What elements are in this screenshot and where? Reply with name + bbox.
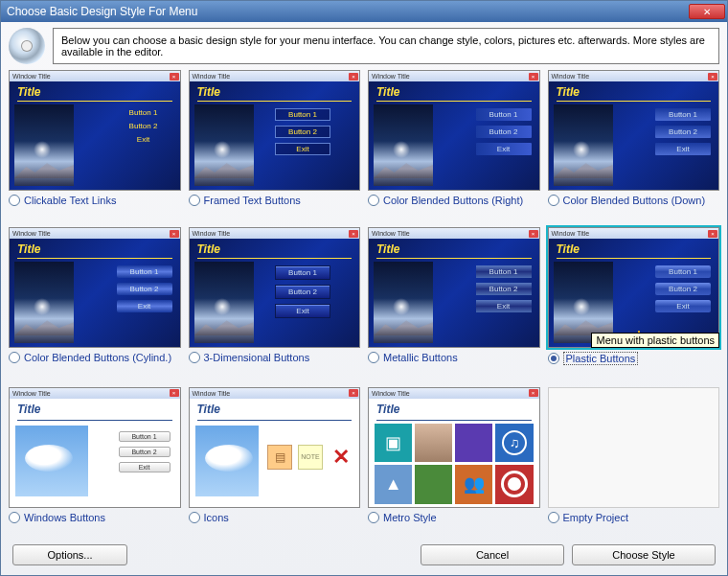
info-bar: Below you can choose a basic design styl… (9, 28, 719, 64)
thumb-close-icon: × (170, 389, 179, 397)
radio-icon (189, 195, 200, 206)
options-button[interactable]: Options... (12, 544, 127, 565)
document-icon: ▤ (267, 445, 292, 470)
tile-metallic-buttons[interactable]: Window Title× Title Button 1 Button 2 Ex… (368, 227, 540, 380)
thumb-empty (548, 387, 720, 508)
space-image (14, 262, 74, 343)
radio-icon (548, 195, 559, 206)
thumb: Window Title× Title Button 1 Button 2 Ex… (189, 70, 361, 191)
metro-tile-camera: ▣ (375, 424, 412, 463)
tile-framed-text-buttons[interactable]: Window Title× Title Button 1 Button 2 Ex… (189, 70, 361, 221)
space-image (554, 104, 613, 186)
radio-framed-text-buttons[interactable]: Framed Text Buttons (189, 195, 361, 206)
metro-tile-green (415, 465, 452, 504)
footer: Options... Cancel Choose Style (9, 539, 719, 569)
radio-color-blended-down[interactable]: Color Blended Buttons (Down) (548, 195, 720, 206)
dialog-window: Choose Basic Design Style For Menu ✕ Bel… (0, 0, 728, 576)
radio-color-blended-right[interactable]: Color Blended Buttons (Right) (368, 195, 540, 206)
thumb: Window Title× Title ▤ NOTE ✕ (189, 387, 361, 508)
tile-color-blended-cylind[interactable]: Window Title× Title Button 1 Button 2 Ex… (9, 227, 181, 380)
note-icon: NOTE (298, 445, 323, 470)
titlebar: Choose Basic Design Style For Menu ✕ (1, 1, 727, 22)
thumb: Window Title× Title Button 1 Button 2 Ex… (189, 227, 361, 348)
tooltip: Menu with plastic buttons (591, 333, 719, 348)
sky-image (15, 426, 88, 496)
metro-tile-people: 👥 (455, 465, 492, 504)
space-image (554, 262, 613, 343)
thumb: Window Title× Title Button 1 Button 2 Ex… (368, 227, 540, 348)
thumb-close-icon: × (708, 73, 717, 81)
tile-plastic-buttons[interactable]: Window Title× Title Button 1 Button 2 Ex… (548, 227, 720, 380)
thumb-close-icon: × (708, 230, 717, 238)
thumb: Window Title× Title Button 1 Button 2 Ex… (548, 227, 720, 348)
metro-tile-target (495, 465, 533, 504)
window-title: Choose Basic Design Style For Menu (7, 5, 689, 18)
radio-empty-project[interactable]: Empty Project (548, 512, 720, 523)
cd-icon (9, 28, 45, 64)
radio-clickable-text-links[interactable]: Clickable Text Links (9, 195, 181, 206)
radio-icons[interactable]: Icons (189, 512, 361, 523)
radio-windows-buttons[interactable]: Windows Buttons (9, 512, 181, 523)
radio-icon (189, 352, 200, 363)
metro-tile-photo (415, 424, 452, 463)
delete-icon: ✕ (329, 445, 353, 470)
tile-empty-project[interactable]: Empty Project (548, 387, 720, 539)
thumb: Window Title× Title ▣ ♫ ▲ 👥 (368, 387, 540, 508)
radio-icon (548, 353, 559, 364)
choose-style-button[interactable]: Choose Style (572, 544, 716, 565)
sky-image (195, 426, 259, 496)
thumb: Window Title× Title Button 1 Button 2 Ex… (9, 387, 181, 508)
radio-icon (189, 512, 200, 523)
radio-metro-style[interactable]: Metro Style (368, 512, 540, 523)
tile-icons[interactable]: Window Title× Title ▤ NOTE ✕ Icon (189, 387, 361, 539)
metro-grid: ▣ ♫ ▲ 👥 (375, 424, 534, 504)
radio-metallic-buttons[interactable]: Metallic Buttons (368, 352, 540, 363)
metro-tile-purple (455, 424, 492, 463)
radio-color-blended-cylind[interactable]: Color Blended Buttons (Cylind.) (9, 352, 181, 363)
close-icon: ✕ (703, 7, 711, 17)
thumb: Window Title× Title Button 1 Button 2 Ex… (548, 70, 720, 191)
space-image (194, 262, 254, 343)
tile-color-blended-right[interactable]: Window Title× Title Button 1 Button 2 Ex… (368, 70, 540, 221)
radio-icon (368, 352, 379, 363)
tile-color-blended-down[interactable]: Window Title× Title Button 1 Button 2 Ex… (548, 70, 720, 221)
radio-icon (368, 512, 379, 523)
space-image (374, 262, 433, 343)
tile-3d-buttons[interactable]: Window Title× Title Button 1 Button 2 Ex… (189, 227, 361, 380)
tile-clickable-text-links[interactable]: Window Title× Title Button 1 Button 2 Ex… (9, 70, 181, 221)
space-image (194, 104, 254, 186)
radio-icon (9, 512, 20, 523)
thumb-close-icon: × (349, 389, 358, 397)
space-image (374, 104, 433, 186)
thumb-close-icon: × (349, 230, 358, 238)
info-text: Below you can choose a basic design styl… (53, 28, 719, 64)
tile-windows-buttons[interactable]: Window Title× Title Button 1 Button 2 Ex… (9, 387, 181, 539)
radio-icon (368, 195, 379, 206)
thumb-close-icon: × (529, 389, 538, 397)
thumb-close-icon: × (170, 230, 179, 238)
thumb-close-icon: × (529, 73, 538, 81)
thumb: Window Title× Title Button 1 Button 2 Ex… (9, 70, 181, 191)
thumb: Window Title× Title Button 1 Button 2 Ex… (9, 227, 181, 348)
radio-icon (548, 512, 559, 523)
dialog-body: Below you can choose a basic design styl… (1, 22, 727, 575)
thumb-close-icon: × (349, 73, 358, 81)
radio-plastic-buttons[interactable]: Plastic Buttons (548, 352, 720, 365)
tile-metro-style[interactable]: Window Title× Title ▣ ♫ ▲ 👥 (368, 387, 540, 539)
radio-icon (9, 195, 20, 206)
thumb-close-icon: × (170, 73, 179, 81)
space-image (14, 104, 74, 186)
thumb-close-icon: × (529, 230, 538, 238)
style-grid: Window Title× Title Button 1 Button 2 Ex… (9, 70, 719, 539)
cancel-button[interactable]: Cancel (421, 544, 564, 565)
radio-icon (9, 352, 20, 363)
thumb: Window Title× Title Button 1 Button 2 Ex… (368, 70, 540, 191)
metro-tile-music: ♫ (495, 424, 533, 463)
metro-tile-chart: ▲ (375, 465, 412, 504)
radio-3d-buttons[interactable]: 3-Dimensional Buttons (189, 352, 361, 363)
close-button[interactable]: ✕ (689, 4, 725, 19)
